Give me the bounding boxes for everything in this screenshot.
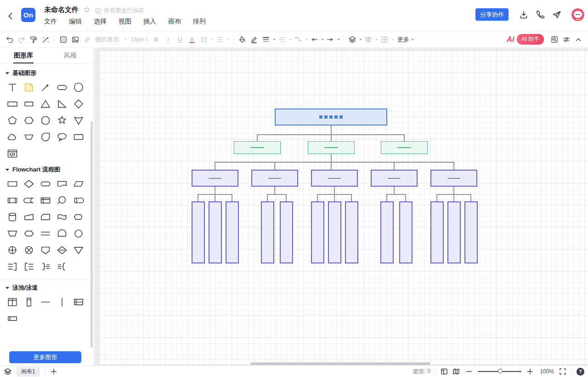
back-icon[interactable] xyxy=(6,11,16,21)
shape-fc-parallelogram[interactable] xyxy=(70,176,87,192)
layers-panel-icon[interactable] xyxy=(4,367,12,376)
shape-circle[interactable] xyxy=(70,79,87,96)
diagram-bar-node[interactable] xyxy=(447,201,461,263)
shape-rounded-rect[interactable] xyxy=(54,79,70,96)
shape-fc-stored-round-top[interactable] xyxy=(54,225,70,242)
user-avatar[interactable] xyxy=(571,8,584,21)
diagram-root-node[interactable] xyxy=(275,109,387,126)
more-menu[interactable]: 更多 xyxy=(395,34,417,46)
zoom-in-icon[interactable] xyxy=(526,367,534,376)
line-spacing-caret[interactable] xyxy=(210,34,214,46)
collapse-toolbar-icon[interactable] xyxy=(572,34,584,46)
shape-octagon[interactable] xyxy=(37,112,54,129)
diagram-node[interactable] xyxy=(371,170,418,187)
diagram-bar-node[interactable] xyxy=(345,201,358,263)
shape-cloud[interactable] xyxy=(4,129,21,145)
diagram-node[interactable] xyxy=(381,141,428,154)
section-header-2[interactable]: Flowchart 流程图 xyxy=(0,162,94,176)
shape-code-block[interactable] xyxy=(4,145,21,162)
minimap-icon[interactable] xyxy=(452,367,460,376)
zoom-out-icon[interactable] xyxy=(465,367,473,376)
help-button[interactable]: ? xyxy=(577,368,584,376)
shape-sticky-note[interactable] xyxy=(21,79,37,96)
section-header-3[interactable]: 泳池/泳道 xyxy=(0,280,94,294)
shape-sw-lane-v[interactable] xyxy=(21,294,37,310)
star-icon[interactable] xyxy=(83,6,90,13)
shape-fc-database[interactable] xyxy=(4,209,21,225)
font-family-select[interactable]: 微软雅黑 xyxy=(93,34,129,46)
diagram-bar-node[interactable] xyxy=(226,201,239,263)
diagram-node[interactable] xyxy=(308,141,355,154)
shape-fc-or[interactable] xyxy=(21,242,37,258)
zoom-slider[interactable] xyxy=(478,371,521,372)
shape-diamond[interactable] xyxy=(70,96,87,112)
send-plane-icon[interactable] xyxy=(552,10,561,19)
table-caret[interactable] xyxy=(390,34,395,46)
shape-fc-parallel[interactable] xyxy=(37,225,54,242)
menu-item-1[interactable]: 文件 xyxy=(44,17,57,26)
line-style-caret[interactable] xyxy=(288,34,292,46)
arrow-end-caret[interactable] xyxy=(336,34,340,46)
adjust-icon[interactable] xyxy=(560,34,572,46)
layers-icon[interactable] xyxy=(346,34,358,46)
diagram-bar-node[interactable] xyxy=(311,201,324,263)
diagram-node[interactable] xyxy=(234,141,281,154)
shape-fc-decision-line[interactable] xyxy=(54,242,70,258)
connector-style-caret[interactable] xyxy=(304,34,308,46)
share-collaborate-button[interactable]: 分享协作 xyxy=(475,8,509,21)
page-setup-icon[interactable] xyxy=(440,367,448,376)
document-title[interactable]: 未命名文件 xyxy=(44,6,79,14)
shape-fc-bracket-l[interactable] xyxy=(21,258,37,275)
diagram-node[interactable] xyxy=(251,170,298,187)
shape-fc-manual-operation[interactable] xyxy=(4,225,21,242)
shape-pentagon[interactable] xyxy=(4,112,21,129)
shape-fc-connector[interactable] xyxy=(70,225,87,242)
sidebar-scrollbar[interactable] xyxy=(90,121,93,348)
shape-rectangle[interactable] xyxy=(4,96,21,112)
font-size-stepper[interactable]: 16px xyxy=(129,34,150,46)
shape-fc-curly-l[interactable] xyxy=(54,258,70,275)
diagram-bar-node[interactable] xyxy=(328,201,341,263)
shape-fc-document[interactable] xyxy=(54,176,70,192)
more-shapes-button[interactable]: 更多图形 xyxy=(9,351,81,363)
canvas-area[interactable] xyxy=(95,48,588,366)
section-header-1[interactable]: 基础图形 xyxy=(0,65,94,79)
magic-wand-icon[interactable] xyxy=(40,34,51,46)
shape-sw-pool-v[interactable] xyxy=(4,294,21,310)
shape-fc-predefined[interactable] xyxy=(4,192,21,209)
add-canvas-icon[interactable] xyxy=(50,367,58,376)
shape-fc-display[interactable] xyxy=(70,209,87,225)
diagram-bar-node[interactable] xyxy=(209,201,222,263)
image-icon[interactable] xyxy=(69,34,81,46)
text-align-caret[interactable] xyxy=(226,34,230,46)
shape-fc-offpage[interactable] xyxy=(37,242,54,258)
diagram-bar-node[interactable] xyxy=(280,201,293,263)
diagram-bar-node[interactable] xyxy=(464,201,478,263)
shape-triangle[interactable] xyxy=(37,96,54,112)
shape-star[interactable] xyxy=(54,112,70,129)
shape-fc-internal-storage[interactable] xyxy=(37,192,54,209)
shape-frame-rect[interactable] xyxy=(70,129,87,145)
menu-item-2[interactable]: 编辑 xyxy=(69,17,82,26)
shape-fc-brace-r[interactable] xyxy=(4,258,21,275)
shape-fc-curly-r[interactable] xyxy=(37,258,54,275)
canvas-tab[interactable]: 画布1 xyxy=(17,367,40,377)
shape-fc-terminator[interactable] xyxy=(37,176,54,192)
shape-fc-merge[interactable] xyxy=(70,242,87,258)
diagram-bar-node[interactable] xyxy=(380,201,394,263)
shape-fc-preparation[interactable] xyxy=(21,225,37,242)
stroke-color-icon[interactable] xyxy=(248,34,260,46)
find-replace-icon[interactable] xyxy=(548,34,560,46)
line-weight-icon[interactable] xyxy=(260,34,272,46)
shape-fc-das[interactable] xyxy=(70,192,87,209)
arrow-start-icon[interactable] xyxy=(308,34,320,46)
shape-sw-line-v[interactable] xyxy=(54,294,70,310)
zoom-slider-thumb[interactable] xyxy=(498,369,503,373)
shape-teardrop[interactable] xyxy=(37,129,54,145)
line-weight-caret[interactable] xyxy=(272,34,276,46)
zoom-level[interactable]: 100% xyxy=(540,368,554,375)
shape-hexagon[interactable] xyxy=(21,112,37,129)
diagram-bar-node[interactable] xyxy=(399,201,413,263)
sidebar-tab-style[interactable]: 风格 xyxy=(47,48,94,63)
shape-fc-summing[interactable] xyxy=(4,242,21,258)
